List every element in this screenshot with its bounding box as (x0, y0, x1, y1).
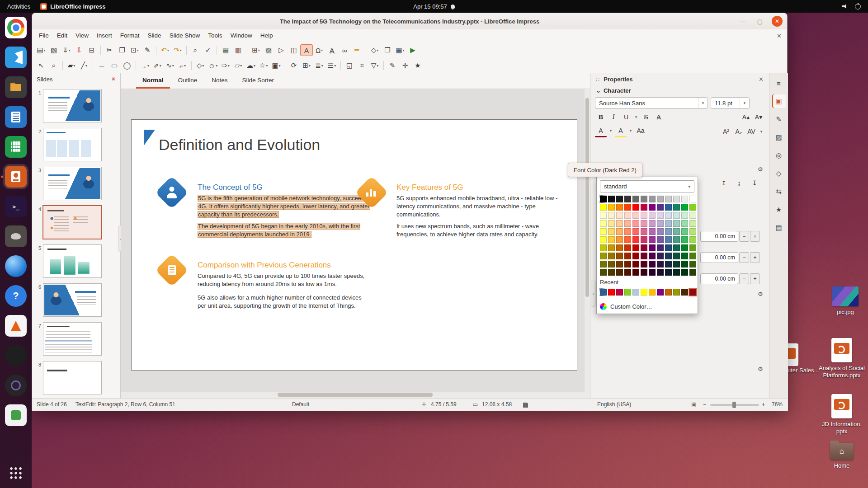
menu-view[interactable]: View (71, 29, 93, 42)
color-swatch[interactable] (649, 261, 656, 267)
color-swatch[interactable] (673, 212, 680, 219)
color-swatch[interactable] (673, 204, 680, 211)
dock-app-dark-b[interactable] (5, 375, 27, 396)
color-swatch[interactable] (616, 228, 623, 235)
italic[interactable]: I (608, 112, 619, 122)
sidebar-settings[interactable]: ≡ (772, 76, 786, 90)
color-swatch[interactable] (681, 236, 688, 243)
color-swatch[interactable] (632, 228, 639, 235)
close-button[interactable]: ✕ (772, 16, 783, 27)
paragraph-section-settings-icon[interactable]: ⚙ (758, 166, 763, 173)
color-swatch[interactable] (689, 220, 696, 227)
color-swatch[interactable] (689, 244, 696, 251)
properties-close-icon[interactable]: ✕ (759, 76, 764, 83)
color-swatch[interactable] (616, 204, 623, 211)
color-swatch[interactable] (600, 253, 607, 259)
menu-slide-show[interactable]: Slide Show (165, 29, 204, 42)
color-swatch[interactable] (616, 261, 623, 267)
color-swatch[interactable] (689, 204, 696, 211)
font-size-combobox[interactable]: 11.8 pt ▾ (711, 97, 750, 109)
recent-color-swatch[interactable] (616, 289, 623, 296)
color-swatch[interactable] (657, 204, 664, 211)
decrease-font-size[interactable]: A▾ (753, 112, 764, 122)
highlighted-text[interactable]: 5G is the fifth generation of mobile net… (198, 195, 373, 218)
new-presentation[interactable]: ▤ (35, 44, 47, 56)
fit-slide-icon[interactable]: ▣ (691, 399, 696, 411)
key-features-block[interactable]: Key Features of 5G 5G supports enhanced … (396, 183, 565, 242)
color-swatch[interactable] (681, 244, 688, 251)
color-swatch[interactable] (665, 196, 672, 202)
color-swatch[interactable] (673, 220, 680, 227)
open-file[interactable]: ▧ (47, 44, 60, 56)
star-shapes[interactable]: ☆ (257, 60, 270, 71)
color-swatch[interactable] (616, 253, 623, 259)
export-pdf[interactable]: ⇩ (73, 44, 85, 56)
chevron-down-icon[interactable]: ▾ (740, 98, 749, 108)
chevron-down-icon[interactable]: ▾ (698, 98, 708, 108)
color-swatch[interactable] (665, 261, 672, 267)
body-text[interactable]: 5G also allows for a much higher number … (198, 294, 372, 310)
color-swatch[interactable] (673, 269, 680, 276)
slide-thumb-7[interactable]: 7 (34, 322, 118, 356)
color-swatch[interactable] (681, 261, 688, 267)
cursor-position[interactable]: 4.75 / 5.59 (431, 399, 457, 411)
clone-formatting[interactable]: ✎ (141, 44, 154, 56)
font-color-dropdown[interactable]: ▾ (608, 125, 614, 136)
color-swatch[interactable] (649, 212, 656, 219)
desktop-icon-pic[interactable]: pic.jpg (823, 286, 868, 316)
increase-button[interactable]: + (750, 273, 760, 284)
edit-points[interactable]: ✎ (386, 60, 399, 71)
color-swatch[interactable] (600, 204, 607, 211)
decrease-button[interactable]: − (739, 273, 749, 284)
recent-color-swatch[interactable] (649, 289, 656, 296)
color-swatch[interactable] (657, 244, 664, 251)
color-swatch[interactable] (649, 204, 656, 211)
slide-style[interactable]: Default (292, 399, 309, 411)
block-arrows[interactable]: ⇨ (219, 60, 232, 71)
comparison-block[interactable]: Comparison with Previous Generations Com… (198, 261, 372, 314)
chevron-down-icon[interactable]: ⌄ (596, 87, 601, 94)
color-swatch[interactable] (600, 212, 607, 219)
dock-app-green[interactable] (5, 404, 27, 426)
color-swatch[interactable] (657, 228, 664, 235)
color-swatch[interactable] (657, 236, 664, 243)
underline-dropdown[interactable]: ▾ (633, 112, 639, 122)
dock-terminal[interactable]: >_ (5, 196, 27, 217)
color-swatch[interactable] (657, 253, 664, 259)
display-grid[interactable]: ▦ (219, 44, 232, 56)
increase-button[interactable]: + (750, 231, 760, 242)
color-swatch[interactable] (608, 196, 615, 202)
recent-color-swatch[interactable] (689, 289, 696, 296)
highlighted-text[interactable]: The development of 5G began in the early… (198, 223, 360, 238)
bold[interactable]: B (595, 112, 607, 122)
decrease-button[interactable]: − (739, 231, 749, 242)
color-swatch[interactable] (608, 253, 615, 259)
copy[interactable]: ❐ (116, 44, 128, 56)
find-and-replace[interactable]: ⌕ (189, 44, 202, 56)
redo[interactable]: ↷ (171, 44, 184, 56)
zoom-percent[interactable]: 76% (772, 399, 783, 411)
basic-shapes[interactable]: ◇ (368, 44, 381, 56)
tab-notes[interactable]: Notes (205, 77, 234, 89)
horizontal-scrollbar[interactable] (121, 392, 590, 398)
menu-edit[interactable]: Edit (53, 29, 71, 42)
palette-select[interactable]: standard ▾ (600, 180, 694, 192)
toggle-shadow[interactable]: A (653, 112, 665, 122)
arrange[interactable]: ≣ (313, 60, 326, 71)
color-swatch[interactable] (689, 253, 696, 259)
flowchart-shapes[interactable]: ▱ (232, 60, 245, 71)
underline[interactable]: U (620, 112, 632, 122)
menu-tools[interactable]: Tools (204, 29, 226, 42)
block-heading[interactable]: Key Features of 5G (396, 183, 565, 192)
color-swatch[interactable] (616, 212, 623, 219)
color-swatch[interactable] (649, 253, 656, 259)
color-swatch[interactable] (657, 196, 664, 202)
collapse-sidebar-handle[interactable]: › (591, 281, 596, 307)
color-swatch[interactable] (657, 212, 664, 219)
color-swatch[interactable] (673, 244, 680, 251)
recent-color-swatch[interactable] (624, 289, 631, 296)
block-heading[interactable]: Comparison with Previous Generations (198, 261, 372, 270)
insert-table[interactable]: ⊞ (250, 44, 262, 56)
color-swatch[interactable] (657, 220, 664, 227)
fill-color[interactable]: ▰ (65, 60, 78, 71)
